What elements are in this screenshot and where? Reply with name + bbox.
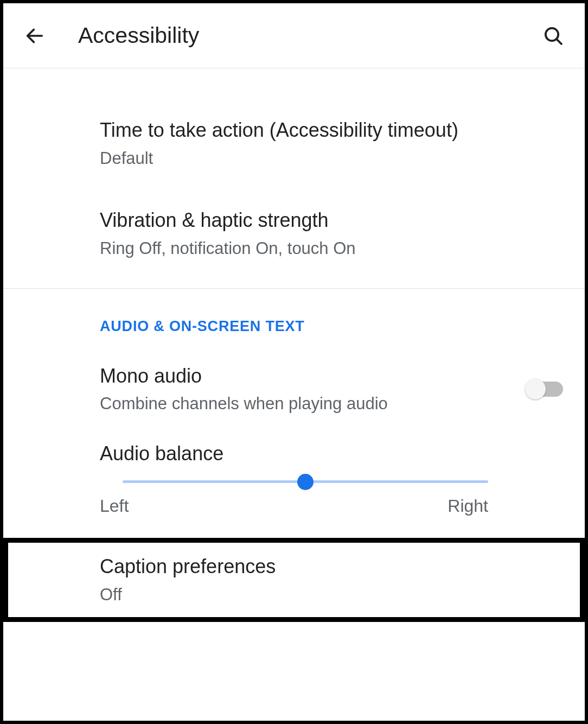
- setting-title: Vibration & haptic strength: [100, 207, 563, 234]
- app-bar: Accessibility: [3, 3, 585, 68]
- setting-text: Time to take action (Accessibility timeo…: [100, 117, 563, 169]
- setting-subtitle: Combine channels when playing audio: [100, 392, 515, 415]
- slider-wrap: [100, 474, 488, 486]
- setting-item-vibration[interactable]: Vibration & haptic strength Ring Off, no…: [3, 185, 585, 272]
- setting-text: Mono audio Combine channels when playing…: [100, 363, 515, 415]
- setting-title: Caption preferences: [100, 554, 558, 580]
- slider-labels: Left Right: [100, 486, 488, 516]
- arrow-back-icon: [24, 25, 46, 47]
- setting-title: Time to take action (Accessibility timeo…: [100, 117, 563, 144]
- slider-thumb[interactable]: [297, 474, 314, 490]
- setting-subtitle: Default: [100, 147, 563, 170]
- setting-title: Mono audio: [100, 363, 515, 390]
- page-title: Accessibility: [78, 23, 541, 48]
- svg-line-2: [557, 39, 561, 43]
- setting-text: Caption preferences Off: [100, 554, 558, 606]
- search-icon: [542, 25, 564, 47]
- setting-item-accessibility-timeout[interactable]: Time to take action (Accessibility timeo…: [3, 102, 585, 185]
- setting-subtitle: Off: [100, 583, 558, 606]
- setting-subtitle: Ring Off, notification On, touch On: [100, 237, 563, 260]
- slider-left-label: Left: [100, 496, 129, 516]
- toggle-thumb: [525, 379, 546, 399]
- setting-item-caption-preferences[interactable]: Caption preferences Off: [8, 543, 580, 617]
- setting-item-audio-balance: Audio balance Left Right: [3, 430, 585, 524]
- mono-audio-toggle[interactable]: [526, 382, 563, 397]
- slider-right-label: Right: [448, 496, 488, 516]
- audio-balance-slider[interactable]: [123, 480, 488, 483]
- setting-text: Vibration & haptic strength Ring Off, no…: [100, 207, 563, 259]
- highlighted-caption-preferences: Caption preferences Off: [3, 538, 585, 621]
- setting-title: Audio balance: [100, 442, 488, 465]
- setting-item-mono-audio[interactable]: Mono audio Combine channels when playing…: [3, 344, 585, 430]
- section-header-audio: Audio & on-screen text: [3, 289, 585, 344]
- settings-content: Time to take action (Accessibility timeo…: [3, 68, 585, 622]
- back-button[interactable]: [23, 24, 47, 48]
- search-button[interactable]: [541, 24, 565, 48]
